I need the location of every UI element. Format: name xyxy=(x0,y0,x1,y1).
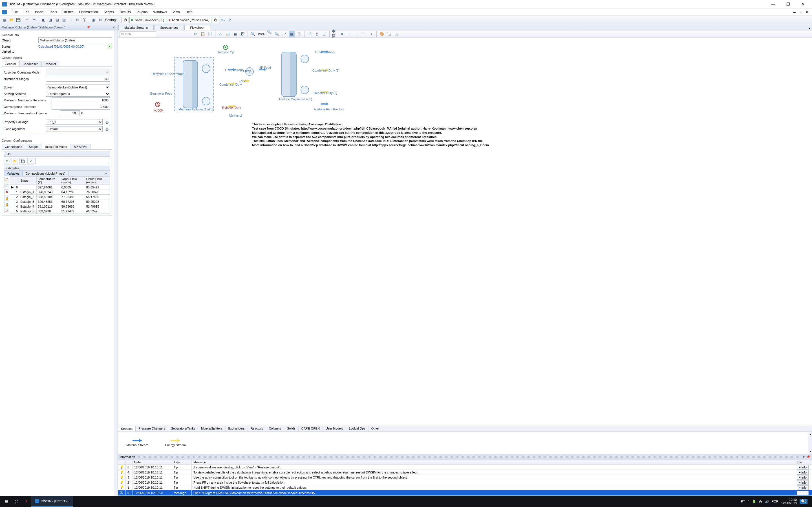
maxiter-input[interactable] xyxy=(52,98,110,103)
table-row[interactable]: 4Estágio_4331,0011859,7506851,49619 xyxy=(10,204,110,209)
help-icon[interactable]: ? xyxy=(227,17,233,23)
info-button[interactable]: + Info xyxy=(797,470,809,474)
spec-tab[interactable]: Condenser xyxy=(19,61,41,66)
chart-icon[interactable]: 📊 xyxy=(225,31,231,37)
print-icon[interactable]: 🖨 xyxy=(314,31,320,37)
image-icon[interactable]: 🖼 xyxy=(239,31,246,37)
scrollbar[interactable]: ▴▾ xyxy=(808,432,812,454)
open-icon[interactable]: 📂 xyxy=(8,17,15,23)
estimates-table[interactable]: StageTemperature (K)Vapor Flow (mol/s)Li… xyxy=(10,176,110,214)
delete-icon[interactable]: ✖ xyxy=(4,189,9,194)
palette-item[interactable]: Material Stream xyxy=(126,439,148,447)
condenser-icon[interactable] xyxy=(301,55,309,63)
message-row[interactable]: 💡212/06/2019 10:10:11TipPress F5 on any … xyxy=(118,480,812,485)
tool-icon[interactable]: ◧ xyxy=(41,17,47,23)
mdi-close-button[interactable]: × xyxy=(804,10,810,15)
menu-help[interactable]: Help xyxy=(183,10,195,15)
table-row[interactable]: 1Estágio_1328,0824984,1528976,56626 xyxy=(10,190,110,194)
message-row[interactable]: ⓘ012/06/2019 10:10:10MessageFile C:\Prog… xyxy=(118,490,812,496)
close-icon[interactable]: ✕ xyxy=(111,25,116,29)
palette-tab[interactable]: Mixers/Splitters xyxy=(198,426,225,432)
notification-icon[interactable]: 💬2 xyxy=(800,499,808,504)
solver-select[interactable]: Wang-Henke (Bubble Point) xyxy=(46,84,110,90)
paste-icon[interactable]: 📄 xyxy=(207,31,213,37)
copy-icon[interactable]: 📋 xyxy=(4,177,9,182)
maxt-input[interactable] xyxy=(60,110,80,116)
align-icon[interactable]: ≡ xyxy=(339,31,345,37)
palette-tab[interactable]: Streams xyxy=(118,426,136,432)
palette-tab[interactable]: Exchangers xyxy=(225,426,248,432)
palette-tab[interactable]: Separators/Tanks xyxy=(168,426,199,432)
table-row[interactable]: 3Estágio_3329,4525668,6729559,25208 xyxy=(10,200,110,204)
refresh-icon[interactable]: ⟳ xyxy=(74,17,81,23)
palette-tab[interactable]: Columns xyxy=(266,426,284,432)
cfg-tab[interactable]: Connections xyxy=(2,144,25,149)
table-row[interactable]: 2Estágio_2328,5510477,0648668,17435 xyxy=(10,194,110,200)
zoomin-icon[interactable]: 🔍+ xyxy=(267,31,273,37)
zoomout-icon[interactable]: 🔍- xyxy=(274,31,280,37)
palette-tab[interactable]: User Models xyxy=(323,426,346,432)
stages-input[interactable] xyxy=(46,76,110,82)
messages-table[interactable]: DateTypeMessageInfo 💡512/06/2019 10:10:1… xyxy=(118,460,812,496)
gear-icon[interactable]: ⚙ xyxy=(97,17,103,23)
pp-config-icon[interactable]: ◍ xyxy=(104,119,110,125)
copy-icon[interactable]: 📋 xyxy=(200,31,206,37)
reload-icon[interactable]: ⟳ xyxy=(4,158,10,165)
palette-tab[interactable]: Reactors xyxy=(248,426,266,432)
doc-tab[interactable]: Material Streams xyxy=(118,25,154,30)
tool-icon[interactable]: ▤ xyxy=(54,17,60,23)
scheme-select[interactable]: Direct Rigorous xyxy=(46,91,110,97)
align-icon[interactable]: ⊥ xyxy=(368,31,374,37)
object-input[interactable] xyxy=(38,38,112,43)
tool-icon[interactable]: ⬚ xyxy=(393,31,400,37)
table-row[interactable]: 5Estágio_5333,023851,9947946,3247 xyxy=(10,209,110,214)
abort-button[interactable]: ■Abort Solver (Pause/Break) xyxy=(167,17,211,23)
file-input[interactable] xyxy=(35,158,110,164)
font-icon[interactable]: A xyxy=(217,31,223,37)
message-row[interactable]: 💡412/06/2019 10:10:11TipTo view detailed… xyxy=(118,470,812,475)
mdi-restore-button[interactable]: ▫ xyxy=(798,10,804,15)
start-button[interactable]: ⊞ xyxy=(2,496,11,507)
condenser-icon[interactable] xyxy=(202,64,210,73)
cut-icon[interactable]: ✂ xyxy=(192,31,199,37)
power-button[interactable]: ⏻ xyxy=(121,17,129,23)
info-button[interactable]: + Info xyxy=(797,491,809,495)
align-icon[interactable]: ⫞ xyxy=(346,31,352,37)
methanol-column[interactable] xyxy=(183,60,198,108)
est-tab[interactable]: Variables xyxy=(4,171,22,176)
tool-icon[interactable]: ⊞ xyxy=(68,17,74,23)
palette-tab[interactable]: Solids xyxy=(284,426,299,432)
grid2-icon[interactable]: ░ xyxy=(296,31,302,37)
menu-insert[interactable]: Insert xyxy=(32,10,46,15)
dropdown-icon[interactable]: ▾ xyxy=(803,455,805,459)
align-icon[interactable]: ⊤ xyxy=(361,31,367,37)
volume-icon[interactable]: 🔊 xyxy=(765,500,769,503)
message-row[interactable]: 💡312/06/2019 10:10:11TipUse the quick co… xyxy=(118,475,812,480)
reboiler-icon[interactable] xyxy=(202,97,210,105)
menu-optimization[interactable]: Optimization xyxy=(77,10,101,15)
power-button[interactable]: ⏻ xyxy=(212,17,219,23)
palette-tab[interactable]: Other xyxy=(368,426,382,432)
cfg-tab[interactable]: Stages xyxy=(26,144,42,149)
keyboard-indicator[interactable]: POR xyxy=(772,500,778,503)
menu-plugins[interactable]: Plugins xyxy=(134,10,150,15)
align-icon[interactable]: �幅 xyxy=(332,31,338,37)
message-row[interactable]: 💡512/06/2019 10:10:11TipIf some windows … xyxy=(118,465,812,470)
info-button[interactable]: + Info xyxy=(797,485,809,490)
message-row[interactable]: 💡112/06/2019 10:10:11TipHold SHIFT durin… xyxy=(118,485,812,490)
menu-windows[interactable]: Windows xyxy=(151,10,170,15)
cortana-icon[interactable]: ◯ xyxy=(11,496,22,507)
close-button[interactable]: ✕ xyxy=(797,0,810,8)
convtol-input[interactable] xyxy=(52,104,110,110)
palette-tab[interactable]: Logical Ops xyxy=(346,426,368,432)
info-button[interactable]: + Info xyxy=(797,475,809,480)
grid-icon[interactable]: ▦ xyxy=(289,31,295,37)
clock-time[interactable]: 10:10 xyxy=(781,498,797,501)
menu-scripts[interactable]: Scripts xyxy=(101,10,117,15)
info-button[interactable]: + Info xyxy=(797,480,809,485)
tool-icon[interactable]: ▥ xyxy=(61,17,67,23)
network-icon[interactable]: 🖧 xyxy=(759,500,762,503)
save-icon[interactable]: 💾 xyxy=(15,17,21,23)
taskbar-app[interactable]: DWSIM - [Extractiv... xyxy=(31,496,73,507)
menu-icon[interactable]: ≡ xyxy=(102,171,110,176)
